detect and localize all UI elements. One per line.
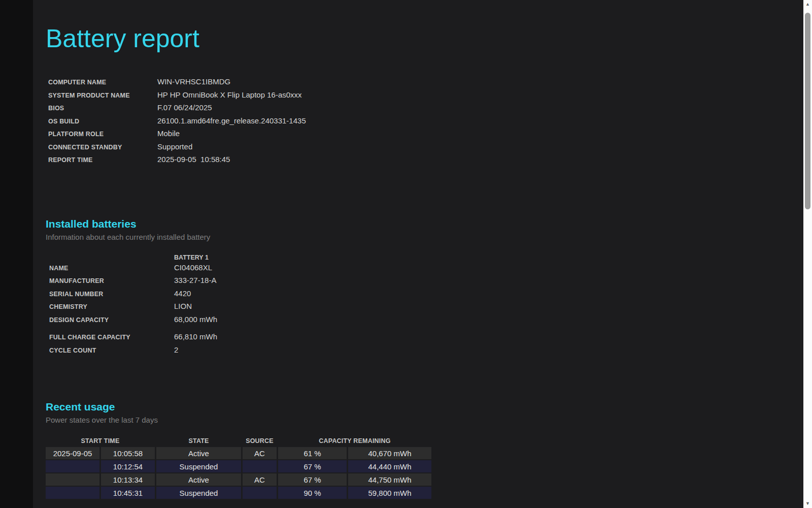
- usage-row: 10:13:34 Active AC 67 % 44,750 mWh: [46, 473, 431, 486]
- battery-value: 4420: [174, 289, 191, 298]
- usage-date: [46, 473, 99, 486]
- info-label: PLATFORM ROLE: [46, 131, 157, 138]
- header-state: STATE: [156, 436, 241, 446]
- usage-time: 10:05:58: [101, 447, 155, 459]
- info-value: Mobile: [157, 129, 180, 138]
- usage-header-row: START TIME STATE SOURCE CAPACITY REMAINI…: [46, 436, 431, 446]
- usage-date: 2025-09-05: [46, 447, 99, 459]
- battery-label: NAME: [46, 265, 174, 272]
- installed-batteries-subtitle: Information about each currently install…: [46, 233, 766, 241]
- info-row-platform-role: PLATFORM ROLE Mobile: [46, 129, 766, 142]
- usage-state: Active: [156, 447, 241, 459]
- info-value: 2025-09-05 10:58:45: [157, 155, 230, 164]
- usage-row: 2025-09-05 10:05:58 Active AC 61 % 40,67…: [46, 447, 431, 459]
- battery-row-name: NAME CI04068XL: [46, 263, 766, 276]
- usage-percent: 90 %: [278, 487, 347, 499]
- header-start-time: START TIME: [46, 436, 155, 446]
- header-source: SOURCE: [243, 436, 277, 446]
- usage-source: [243, 460, 277, 472]
- info-label: OS BUILD: [46, 118, 157, 125]
- info-value: 26100.1.amd64fre.ge_release.240331-1435: [157, 116, 306, 125]
- battery-row-design-capacity: DESIGN CAPACITY 68,000 mWh: [46, 315, 766, 328]
- info-label: BIOS: [46, 105, 157, 112]
- info-label: CONNECTED STANDBY: [46, 144, 157, 151]
- recent-usage-subtitle: Power states over the last 7 days: [46, 416, 766, 424]
- battery-value: 68,000 mWh: [174, 315, 217, 324]
- info-label: SYSTEM PRODUCT NAME: [46, 92, 157, 99]
- info-row-system-product-name: SYSTEM PRODUCT NAME HP HP OmniBook X Fli…: [46, 90, 766, 104]
- usage-state: Suspended: [156, 487, 241, 499]
- battery-row-serial-number: SERIAL NUMBER 4420: [46, 289, 766, 302]
- info-row-os-build: OS BUILD 26100.1.amd64fre.ge_release.240…: [46, 116, 766, 130]
- battery-row-manufacturer: MANUFACTURER 333-27-18-A: [46, 276, 766, 289]
- battery-label: CYCLE COUNT: [46, 347, 174, 354]
- usage-percent: 67 %: [278, 473, 347, 486]
- info-row-connected-standby: CONNECTED STANDBY Supported: [46, 142, 766, 155]
- battery-label: SERIAL NUMBER: [46, 291, 174, 298]
- usage-mwh: 59,800 mWh: [348, 487, 431, 499]
- battery-label: CHEMISTRY: [46, 303, 174, 310]
- recent-usage-heading: Recent usage: [46, 400, 766, 414]
- page-left-margin: [0, 0, 33, 508]
- recent-usage-section: Recent usage Power states over the last …: [46, 400, 766, 500]
- battery-row-cycle-count: CYCLE COUNT 2: [46, 345, 766, 359]
- info-label: COMPUTER NAME: [46, 79, 157, 86]
- scrollbar-thumb[interactable]: [805, 13, 810, 209]
- usage-source: [243, 487, 277, 499]
- info-label: REPORT TIME: [46, 156, 157, 164]
- battery-value: LION: [174, 302, 192, 310]
- battery-value: CI04068XL: [174, 263, 212, 272]
- info-value: WIN-VRHSC1IBMDG: [157, 77, 230, 86]
- info-value: F.07 06/24/2025: [157, 103, 212, 112]
- installed-batteries-heading: Installed batteries: [46, 217, 766, 231]
- system-info-table: COMPUTER NAME WIN-VRHSC1IBMDG SYSTEM PRO…: [46, 77, 766, 168]
- scroll-down-icon[interactable]: ▼: [803, 499, 812, 508]
- vertical-scrollbar[interactable]: ▲ ▼: [803, 0, 812, 508]
- battery-1-column-header: BATTERY 1: [174, 254, 766, 261]
- usage-time: 10:45:31: [101, 487, 155, 499]
- scroll-up-icon[interactable]: ▲: [803, 0, 812, 9]
- battery-value: 2: [174, 345, 178, 354]
- header-capacity-remaining: CAPACITY REMAINING: [278, 436, 431, 446]
- usage-state: Active: [156, 473, 241, 486]
- battery-row-chemistry: CHEMISTRY LION: [46, 302, 766, 315]
- usage-time: 10:13:34: [101, 473, 155, 486]
- battery-value: 66,810 mWh: [174, 332, 217, 341]
- installed-batteries-section: Installed batteries Information about ea…: [46, 217, 766, 359]
- usage-date: [46, 460, 99, 472]
- battery-value: 333-27-18-A: [174, 276, 216, 284]
- usage-mwh: 44,750 mWh: [348, 473, 431, 486]
- info-row-report-time: REPORT TIME 2025-09-05 10:58:45: [46, 155, 766, 168]
- usage-percent: 61 %: [278, 447, 347, 459]
- usage-date: [46, 487, 99, 499]
- usage-mwh: 44,440 mWh: [348, 460, 431, 472]
- usage-percent: 67 %: [278, 460, 347, 472]
- usage-time: 10:12:54: [101, 460, 155, 472]
- battery-report-page: Battery report COMPUTER NAME WIN-VRHSC1I…: [46, 0, 766, 500]
- battery-details-table: NAME CI04068XL MANUFACTURER 333-27-18-A …: [46, 263, 766, 359]
- usage-state: Suspended: [156, 460, 241, 472]
- battery-label: MANUFACTURER: [46, 277, 174, 284]
- battery-label: FULL CHARGE CAPACITY: [46, 334, 174, 341]
- battery-row-full-charge-capacity: FULL CHARGE CAPACITY 66,810 mWh: [46, 332, 766, 345]
- info-row-bios: BIOS F.07 06/24/2025: [46, 103, 766, 116]
- usage-source: AC: [243, 447, 277, 459]
- usage-row: 10:45:31 Suspended 90 % 59,800 mWh: [46, 487, 431, 499]
- recent-usage-table: START TIME STATE SOURCE CAPACITY REMAINI…: [44, 435, 433, 500]
- usage-row: 10:12:54 Suspended 67 % 44,440 mWh: [46, 460, 431, 472]
- info-value: HP HP OmniBook X Flip Laptop 16-as0xxx: [157, 90, 302, 99]
- usage-mwh: 40,670 mWh: [348, 447, 431, 459]
- info-value: Supported: [157, 142, 192, 151]
- usage-source: AC: [243, 473, 277, 486]
- battery-label: DESIGN CAPACITY: [46, 316, 174, 324]
- info-row-computer-name: COMPUTER NAME WIN-VRHSC1IBMDG: [46, 77, 766, 90]
- page-title: Battery report: [46, 22, 766, 55]
